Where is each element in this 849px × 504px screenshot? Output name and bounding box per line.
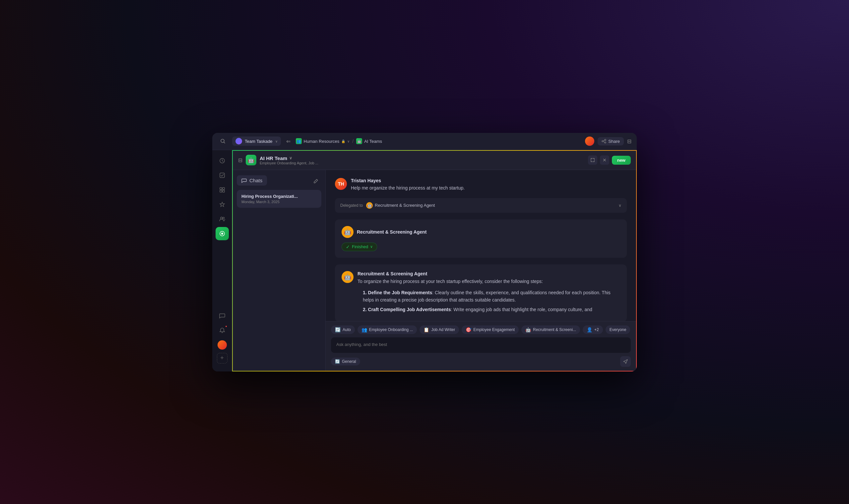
agent-panel-wrapper: ⊟ 🤖 AI HR Team ∨ Employee Onboarding Age… bbox=[232, 150, 637, 372]
user-message: TH Tristan Hayes Help me organize the hi… bbox=[335, 178, 627, 192]
workspace-selector[interactable]: Team Taskade ∨ bbox=[232, 137, 281, 146]
share-button[interactable]: Share bbox=[597, 137, 624, 145]
app-window: Team Taskade ∨ ⇐ 👥 Human Resources 🔒 ∨ /… bbox=[212, 133, 637, 372]
chat-item-date: Monday, March 3, 2025 bbox=[241, 200, 317, 204]
pill-plus2[interactable]: 👤 +2 bbox=[583, 325, 603, 334]
svg-rect-12 bbox=[223, 190, 225, 192]
sidebar-icon-user[interactable] bbox=[215, 338, 229, 352]
pill-job-ad[interactable]: 📋 Job Ad Writer bbox=[419, 325, 459, 334]
pill-auto-label: Auto bbox=[343, 327, 351, 332]
sidebar-icon-clock[interactable] bbox=[215, 154, 229, 167]
plus2-icon: 👤 bbox=[587, 327, 592, 332]
agent-response-block-2: 🤖 Recruitment & Screening Agent To organ… bbox=[335, 265, 627, 321]
user-avatar-msg: TH bbox=[335, 178, 347, 190]
agent-name-1: Recruitment & Screening Agent bbox=[357, 229, 427, 235]
svg-point-17 bbox=[221, 233, 223, 235]
chat-item-title: Hiring Process Organizati... bbox=[241, 194, 317, 199]
svg-rect-8 bbox=[220, 173, 225, 178]
sidebar-icon-chat[interactable] bbox=[215, 309, 229, 322]
agent-list-item-1: 1. Define the Job Requirements: Clearly … bbox=[358, 289, 620, 304]
send-button[interactable] bbox=[620, 356, 631, 367]
sidebar-icon-star[interactable] bbox=[215, 198, 229, 211]
list-item-1-bold: 1. Define the Job Requirements bbox=[363, 290, 432, 295]
delegated-expand-icon[interactable]: ∨ bbox=[619, 203, 622, 208]
panel-actions: ✕ new bbox=[588, 156, 631, 165]
ai-teams-icon: 🤖 bbox=[356, 138, 362, 144]
list-item-2-bold: 2. Craft Compelling Job Advertisements bbox=[363, 307, 451, 312]
sidebar-icon-people[interactable] bbox=[215, 212, 229, 226]
sidebar-icon-grid[interactable] bbox=[215, 183, 229, 197]
compose-button[interactable] bbox=[311, 175, 322, 186]
finished-badge[interactable]: ✓ Finished ∨ bbox=[342, 242, 377, 251]
hr-icon: 👥 bbox=[296, 138, 302, 144]
expand-button[interactable] bbox=[588, 156, 597, 165]
input-area: 🔄 Auto 👥 Employee Onboarding ... 📋 Job A… bbox=[326, 321, 636, 371]
chat-item[interactable]: Hiring Process Organizati... Monday, Mar… bbox=[237, 190, 322, 208]
delegated-label: Delegated to bbox=[340, 203, 363, 208]
sidebar-icons: + bbox=[212, 150, 232, 372]
user-message-author: Tristan Hayes bbox=[351, 178, 627, 183]
general-label: General bbox=[342, 359, 356, 364]
chats-button[interactable]: Chats bbox=[237, 175, 267, 185]
breadcrumb-hr-label: Human Resources bbox=[304, 139, 340, 144]
new-button[interactable]: new bbox=[612, 156, 631, 165]
agent-panel-header: ⊟ 🤖 AI HR Team ∨ Employee Onboarding Age… bbox=[233, 151, 636, 170]
chat-list-pane: Chats Hiring Process Organizati... Monda… bbox=[233, 170, 326, 371]
breadcrumb-hr[interactable]: 👥 Human Resources 🔒 ∨ bbox=[296, 138, 350, 144]
pill-job-ad-label: Job Ad Writer bbox=[431, 327, 455, 332]
list-item-2-text: : Write engaging job ads that highlight … bbox=[451, 307, 592, 312]
workspace-chevron-icon: ∨ bbox=[275, 140, 278, 143]
pill-onboarding-label: Employee Onboarding ... bbox=[369, 327, 413, 332]
chat-messages-pane: TH Tristan Hayes Help me organize the hi… bbox=[326, 170, 636, 371]
general-icon: 🔄 bbox=[335, 359, 340, 364]
sidebar-icon-bell[interactable] bbox=[215, 324, 229, 337]
sidebar-icon-check[interactable] bbox=[215, 169, 229, 182]
pill-onboarding[interactable]: 👥 Employee Onboarding ... bbox=[358, 325, 417, 334]
pill-auto[interactable]: 🔄 Auto bbox=[331, 325, 355, 334]
messages-area: TH Tristan Hayes Help me organize the hi… bbox=[326, 170, 636, 321]
layout-icon[interactable]: ⊟ bbox=[627, 138, 631, 144]
lock-icon: 🔒 bbox=[341, 140, 345, 143]
auto-icon: 🔄 bbox=[335, 327, 341, 332]
top-bar-right: Share ⊟ bbox=[585, 137, 631, 146]
sidebar-add-button[interactable]: + bbox=[217, 353, 227, 363]
svg-point-4 bbox=[605, 142, 606, 143]
search-icon[interactable] bbox=[218, 136, 228, 146]
share-label: Share bbox=[608, 139, 620, 144]
breadcrumb: 👥 Human Resources 🔒 ∨ / 🤖 AI Teams bbox=[296, 138, 582, 144]
user-avatar[interactable] bbox=[585, 137, 594, 146]
hr-chevron-icon: ∨ bbox=[347, 140, 349, 143]
message-input[interactable] bbox=[336, 342, 394, 347]
breadcrumb-ai-teams[interactable]: 🤖 AI Teams bbox=[356, 138, 382, 144]
svg-point-2 bbox=[605, 139, 606, 141]
recruitment-icon: 🤖 bbox=[525, 327, 531, 332]
panel-toggle-icon[interactable]: ⊟ bbox=[238, 157, 242, 163]
finished-chevron-icon: ∨ bbox=[370, 245, 373, 249]
main-content: + ⊟ 🤖 AI HR Team ∨ Employee Onboarding A… bbox=[212, 150, 637, 372]
workspace-avatar bbox=[236, 138, 242, 144]
pill-engagement[interactable]: 🎯 Employee Engagement bbox=[462, 325, 519, 334]
svg-rect-10 bbox=[223, 187, 225, 190]
general-button[interactable]: 🔄 General bbox=[331, 358, 360, 365]
input-container bbox=[331, 337, 631, 353]
svg-marker-13 bbox=[220, 202, 225, 207]
sidebar-bottom: + bbox=[215, 309, 229, 367]
svg-line-1 bbox=[224, 142, 225, 143]
sidebar-icon-agent[interactable] bbox=[215, 227, 229, 240]
pill-recruitment[interactable]: 🤖 Recruitment & Screeni... bbox=[521, 325, 580, 334]
panel-body: Chats Hiring Process Organizati... Monda… bbox=[233, 170, 636, 371]
agent-list-item-2: 2. Craft Compelling Job Advertisements: … bbox=[358, 306, 620, 313]
collapse-icon[interactable]: ⇐ bbox=[285, 137, 292, 146]
engagement-icon: 🎯 bbox=[466, 327, 471, 332]
user-message-text: Help me organize the hiring process at m… bbox=[351, 184, 627, 192]
notification-badge bbox=[225, 325, 227, 328]
svg-line-6 bbox=[603, 142, 605, 142]
agent-title-chevron: ∨ bbox=[289, 156, 292, 160]
agent-header-info: AI HR Team ∨ Employee Onboarding Agent, … bbox=[260, 156, 585, 165]
agent-emoji-small: 🤖 bbox=[366, 202, 373, 209]
workspace-name: Team Taskade bbox=[245, 139, 273, 144]
chats-label: Chats bbox=[249, 178, 262, 183]
close-button[interactable]: ✕ bbox=[600, 156, 609, 165]
agent-emoji-1: 🤖 bbox=[342, 226, 353, 238]
pill-everyone[interactable]: Everyone bbox=[606, 325, 630, 334]
